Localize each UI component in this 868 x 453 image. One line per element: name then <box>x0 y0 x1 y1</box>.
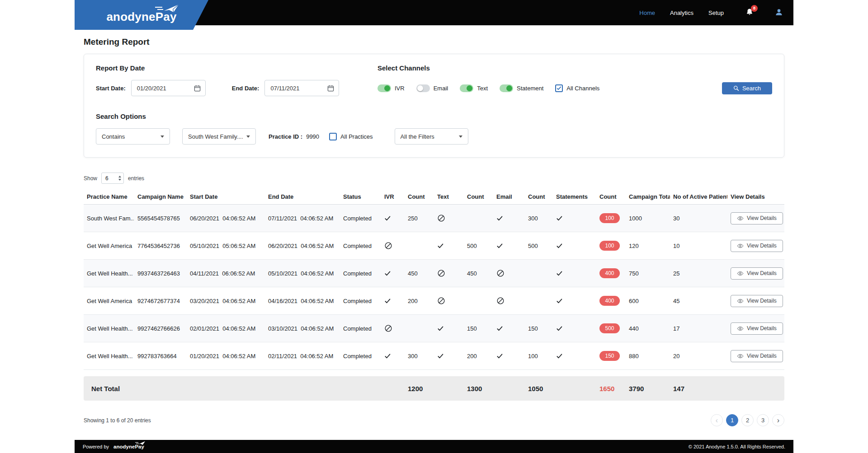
search-button[interactable]: Search <box>722 82 772 94</box>
practice-name-cell: Get Well Health... <box>84 353 134 360</box>
status-cell: Completed <box>340 298 381 304</box>
toggle-text[interactable] <box>460 84 473 92</box>
user-menu-button[interactable] <box>774 8 783 18</box>
page-size-stepper[interactable] <box>118 176 121 181</box>
match-type-value: Contains <box>102 133 125 140</box>
prev-page-button[interactable]: ‹ <box>711 414 723 426</box>
end-date-cell: 06/20/2021 04:06:52 AM <box>265 243 340 249</box>
statements-count-badge: 100 <box>599 213 620 223</box>
end-date-cell: 04/16/2021 04:06:52 AM <box>265 298 340 304</box>
chevron-down-icon <box>459 135 462 138</box>
text-status-icon <box>434 214 464 222</box>
view-details-button[interactable]: View Details <box>731 240 783 252</box>
status-cell: Completed <box>340 325 381 332</box>
page-button-3[interactable]: 3 <box>757 414 769 426</box>
table-footer: Showing 1 to 6 of 20 entries ‹ 123 › <box>84 414 784 426</box>
statements-count-cell: 400 <box>596 268 626 278</box>
practice-dropdown[interactable]: South West Family..... <box>182 128 256 145</box>
statements-count-cell: 150 <box>596 351 626 361</box>
view-details-button[interactable]: View Details <box>731 267 783 280</box>
search-button-label: Search <box>742 85 761 92</box>
campaign-total-cell: 1000 <box>626 215 670 222</box>
text-status-icon <box>434 353 464 360</box>
view-details-button[interactable]: View Details <box>731 350 783 362</box>
page-size-input[interactable]: 6 <box>101 173 124 184</box>
page-button-1[interactable]: 1 <box>726 414 738 426</box>
statements-count-cell: 100 <box>596 241 626 251</box>
view-details-cell: View Details <box>727 322 784 335</box>
net-total-active-patients: 147 <box>670 385 727 392</box>
toggle-statement[interactable] <box>500 84 513 92</box>
text-count-cell: 500 <box>464 243 493 249</box>
search-options-section: Search Options Contains South West Famil… <box>96 112 772 145</box>
app-logo[interactable]: anodynePay <box>75 0 208 30</box>
all-practices-group: All Practices <box>329 133 373 140</box>
end-date-cell: 07/11/2021 04:06:52 AM <box>265 215 340 222</box>
toggle-email[interactable] <box>416 84 430 92</box>
toggle-ivr[interactable] <box>377 84 391 92</box>
end-date-cell: 05/10/2021 04:06:52 AM <box>265 270 340 277</box>
all-channels-group: All Channels <box>555 84 599 92</box>
statements-status-icon <box>553 215 596 222</box>
next-page-button[interactable]: › <box>772 414 784 426</box>
text-count-cell: 200 <box>464 353 493 360</box>
page-button-2[interactable]: 2 <box>741 414 754 426</box>
end-date-input[interactable]: 07/11/2021 <box>264 80 339 96</box>
campaign-name-cell: 992783763664 <box>134 353 187 360</box>
start-date-cell: 05/10/2021 05:06:52 AM <box>187 243 265 249</box>
nav-home[interactable]: Home <box>639 9 655 16</box>
all-practices-checkbox[interactable] <box>329 133 337 140</box>
net-total-campaign-total: 3790 <box>626 385 670 392</box>
ivr-count-cell: 300 <box>405 353 434 360</box>
view-details-button[interactable]: View Details <box>731 322 783 335</box>
table-header-row: Practice NameCampaign NameStart DateEnd … <box>84 193 784 205</box>
column-header: Count <box>405 193 434 200</box>
status-cell: Completed <box>340 270 381 277</box>
footer-logo[interactable]: anodynePay <box>113 444 144 449</box>
all-channels-checkbox[interactable] <box>555 84 563 92</box>
end-date-label: End Date: <box>232 85 259 92</box>
logo-mark: anodynePay <box>106 10 176 24</box>
active-patient-cell: 25 <box>670 270 727 277</box>
chevron-down-icon <box>160 135 164 138</box>
campaign-name-cell: 9937463726463 <box>134 270 187 277</box>
column-header: View Details <box>727 193 784 200</box>
view-details-label: View Details <box>747 325 777 332</box>
net-total-text-count: 1300 <box>464 385 493 392</box>
statements-count-cell: 100 <box>596 213 626 223</box>
view-details-button[interactable]: View Details <box>731 295 783 307</box>
calendar-icon <box>327 85 334 92</box>
text-count-cell: 450 <box>464 270 493 277</box>
match-type-dropdown[interactable]: Contains <box>96 128 170 145</box>
email-count-cell: 100 <box>525 353 553 360</box>
campaign-total-cell: 880 <box>626 353 670 360</box>
channel-ivr-group: IVR <box>377 84 405 92</box>
filters-dropdown[interactable]: All the Filters <box>395 128 468 145</box>
all-channels-label: All Channels <box>566 85 599 92</box>
table-row: Get Well Health... 9927462766626 02/01/2… <box>84 315 784 342</box>
statements-count-cell: 500 <box>596 323 626 333</box>
end-date-value: 07/11/2021 <box>270 85 299 92</box>
active-patient-cell: 10 <box>670 243 727 249</box>
logo-plane-icon <box>155 4 179 13</box>
notifications-button[interactable]: 8 <box>745 8 754 18</box>
table-row: Get Well America 7764536452736 05/10/202… <box>84 232 784 260</box>
practice-value: South West Family..... <box>188 133 243 140</box>
nav-analytics[interactable]: Analytics <box>670 9 693 16</box>
view-details-cell: View Details <box>727 295 784 307</box>
view-details-label: View Details <box>747 243 777 249</box>
email-status-icon <box>493 215 525 222</box>
campaign-name-cell: 9274672677374 <box>134 298 187 304</box>
view-details-cell: View Details <box>727 212 784 224</box>
statements-count-badge: 100 <box>599 241 620 251</box>
channel-text-group: Text <box>460 84 488 92</box>
page-title: Metering Report <box>84 37 784 47</box>
nav-setup[interactable]: Setup <box>708 9 724 16</box>
view-details-button[interactable]: View Details <box>731 212 783 224</box>
column-header: Practice Name <box>84 193 134 200</box>
select-channels-title: Select Channels <box>377 64 772 72</box>
search-icon <box>733 85 739 91</box>
start-date-input[interactable]: 01/20/2021 <box>131 80 206 96</box>
table-row: South West Fam... 5565454578765 06/20/20… <box>84 205 784 232</box>
statements-count-badge: 500 <box>599 323 620 333</box>
